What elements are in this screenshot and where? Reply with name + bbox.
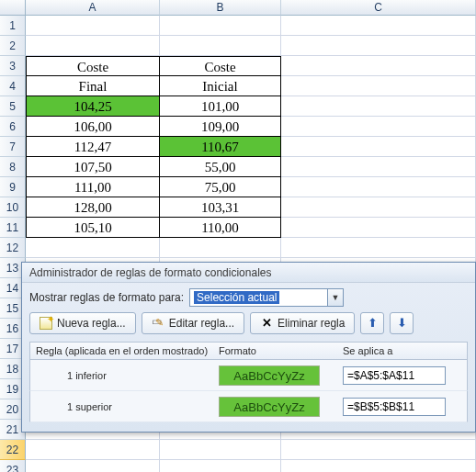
cell-A22[interactable] bbox=[26, 440, 160, 460]
row-header-3[interactable]: 3 bbox=[0, 56, 26, 76]
rules-list: 1 inferiorAaBbCcYyZz=$A$5:$A$111 superio… bbox=[29, 360, 468, 422]
row-header-1[interactable]: 1 bbox=[0, 16, 26, 36]
cell-C5[interactable] bbox=[281, 96, 476, 117]
row-header-9[interactable]: 9 bbox=[0, 177, 26, 197]
cell-B6[interactable]: 109,00 bbox=[160, 117, 281, 137]
rule-row[interactable]: 1 superiorAaBbCcYyZz=$B$5:$B$11 bbox=[29, 391, 468, 422]
conditional-format-rules-dialog: Administrador de reglas de formato condi… bbox=[21, 262, 476, 433]
show-rules-value: Selección actual bbox=[194, 291, 279, 304]
cell-C8[interactable] bbox=[281, 157, 476, 177]
col-applies-label: Se aplica a bbox=[343, 345, 467, 356]
delete-rule-icon: ✕ bbox=[260, 317, 273, 330]
cell-A9[interactable]: 111,00 bbox=[26, 177, 160, 197]
cell-A11[interactable]: 105,10 bbox=[26, 218, 160, 238]
cell-A8[interactable]: 107,50 bbox=[26, 157, 160, 177]
cell-B2[interactable] bbox=[160, 36, 281, 56]
row-header-6[interactable]: 6 bbox=[0, 117, 26, 137]
cell-C7[interactable] bbox=[281, 137, 476, 157]
cell-C6[interactable] bbox=[281, 117, 476, 137]
rules-list-header: Regla (aplicada en el orden mostrado) Fo… bbox=[29, 342, 468, 360]
cell-B7[interactable]: 110,67 bbox=[160, 137, 281, 157]
edit-rule-button[interactable]: Editar regla... bbox=[142, 312, 244, 334]
rule-row[interactable]: 1 inferiorAaBbCcYyZz=$A$5:$A$11 bbox=[29, 360, 468, 391]
show-rules-label: Mostrar reglas de formato para: bbox=[29, 291, 184, 304]
edit-rule-icon bbox=[152, 317, 164, 330]
column-header-B[interactable]: B bbox=[160, 0, 281, 16]
format-preview: AaBbCcYyZz bbox=[219, 397, 320, 417]
cell-B11[interactable]: 110,00 bbox=[160, 218, 281, 238]
dialog-title: Administrador de reglas de formato condi… bbox=[29, 266, 271, 279]
cell-A2[interactable] bbox=[26, 36, 160, 56]
cell-C22[interactable] bbox=[281, 440, 476, 460]
cell-B4[interactable]: Inicial bbox=[160, 76, 281, 96]
applies-to-input[interactable]: =$A$5:$A$11 bbox=[343, 366, 446, 385]
row-header-10[interactable]: 10 bbox=[0, 197, 26, 218]
row-header-5[interactable]: 5 bbox=[0, 96, 26, 117]
cell-B10[interactable]: 103,31 bbox=[160, 197, 281, 218]
chevron-down-icon[interactable]: ▼ bbox=[327, 289, 343, 306]
row-header-2[interactable]: 2 bbox=[0, 36, 26, 56]
column-header-C[interactable]: C bbox=[281, 0, 476, 16]
format-preview: AaBbCcYyZz bbox=[219, 365, 320, 386]
show-rules-combobox[interactable]: Selección actual ▼ bbox=[189, 288, 344, 307]
cell-C23[interactable] bbox=[281, 460, 476, 472]
cell-A10[interactable]: 128,00 bbox=[26, 197, 160, 218]
delete-rule-label: Eliminar regla bbox=[278, 317, 345, 330]
cell-C4[interactable] bbox=[281, 76, 476, 96]
cell-A6[interactable]: 106,00 bbox=[26, 117, 160, 137]
cell-C1[interactable] bbox=[281, 16, 476, 36]
rule-name: 1 inferior bbox=[30, 370, 219, 381]
cell-B5[interactable]: 101,00 bbox=[160, 96, 281, 117]
dialog-titlebar[interactable]: Administrador de reglas de formato condi… bbox=[22, 263, 475, 283]
select-all-corner[interactable] bbox=[0, 0, 26, 16]
new-rule-button[interactable]: Nueva regla... bbox=[29, 312, 136, 334]
cell-C11[interactable] bbox=[281, 218, 476, 238]
row-header-12[interactable]: 12 bbox=[0, 238, 26, 258]
cell-B1[interactable] bbox=[160, 16, 281, 36]
rule-name: 1 superior bbox=[30, 401, 219, 412]
col-rule-label: Regla (aplicada en el orden mostrado) bbox=[30, 345, 219, 356]
cell-A4[interactable]: Final bbox=[26, 76, 160, 96]
cell-A3[interactable]: Coste bbox=[26, 56, 160, 76]
cell-C3[interactable] bbox=[281, 56, 476, 76]
arrow-up-icon: ⬆ bbox=[368, 317, 378, 330]
cell-B9[interactable]: 75,00 bbox=[160, 177, 281, 197]
row-header-11[interactable]: 11 bbox=[0, 218, 26, 238]
delete-rule-button[interactable]: ✕ Eliminar regla bbox=[250, 312, 355, 334]
cell-C2[interactable] bbox=[281, 36, 476, 56]
cell-C12[interactable] bbox=[281, 238, 476, 258]
new-rule-icon bbox=[40, 317, 52, 330]
cell-A23[interactable] bbox=[26, 460, 160, 472]
cell-B23[interactable] bbox=[160, 460, 281, 472]
column-header-A[interactable]: A bbox=[26, 0, 160, 16]
cell-C10[interactable] bbox=[281, 197, 476, 218]
cell-B22[interactable] bbox=[160, 440, 281, 460]
move-down-button[interactable]: ⬇ bbox=[390, 312, 414, 334]
row-header-4[interactable]: 4 bbox=[0, 76, 26, 96]
applies-to-input[interactable]: =$B$5:$B$11 bbox=[343, 398, 446, 416]
cell-B12[interactable] bbox=[160, 238, 281, 258]
cell-A1[interactable] bbox=[26, 16, 160, 36]
cell-B3[interactable]: Coste bbox=[160, 56, 281, 76]
col-format-label: Formato bbox=[219, 345, 343, 356]
arrow-down-icon: ⬇ bbox=[397, 317, 407, 330]
cell-A12[interactable] bbox=[26, 238, 160, 258]
edit-rule-label: Editar regla... bbox=[169, 317, 234, 330]
cell-B8[interactable]: 55,00 bbox=[160, 157, 281, 177]
row-header-8[interactable]: 8 bbox=[0, 157, 26, 177]
move-up-button[interactable]: ⬆ bbox=[360, 312, 384, 334]
new-rule-label: Nueva regla... bbox=[57, 317, 126, 330]
cell-C9[interactable] bbox=[281, 177, 476, 197]
cell-A7[interactable]: 112,47 bbox=[26, 137, 160, 157]
cell-A5[interactable]: 104,25 bbox=[26, 96, 160, 117]
row-header-23[interactable]: 23 bbox=[0, 460, 26, 472]
row-header-7[interactable]: 7 bbox=[0, 137, 26, 157]
column-headers: ABC bbox=[0, 0, 476, 16]
row-header-22[interactable]: 22 bbox=[0, 440, 26, 460]
